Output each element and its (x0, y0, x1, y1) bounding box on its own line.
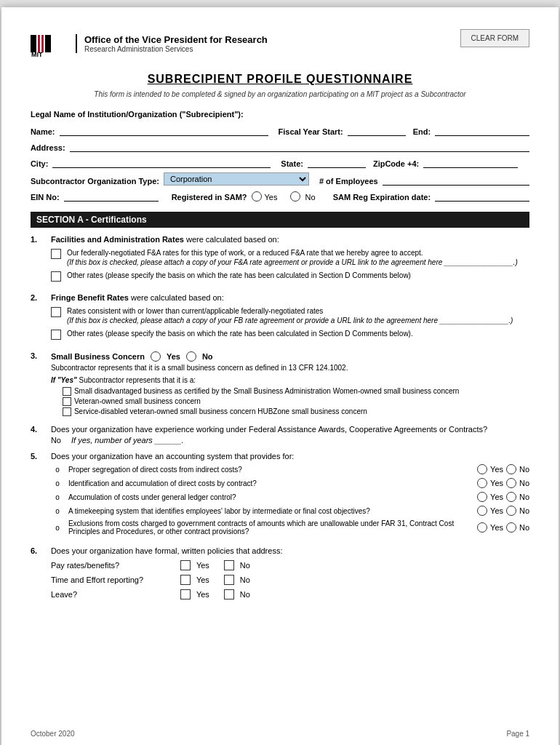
q5-sub-q1-no-radio[interactable] (506, 464, 516, 474)
q1-option1-text: Our federally-negotiated F&A rates for t… (67, 248, 518, 266)
q5-sub-q2-yes-radio[interactable] (477, 478, 487, 488)
q4-answer-row: No If yes, number of years ______. (51, 436, 529, 445)
q5-sub-q5-yes-label: Yes (490, 523, 503, 532)
legal-section-label: Legal Name of Institution/Organization (… (31, 110, 529, 119)
q6-row1-no-checkbox[interactable] (224, 560, 234, 570)
q2-title: Fringe Benefit Rates were calculated bas… (51, 293, 529, 302)
q3-sub-checkbox2[interactable] (63, 397, 71, 406)
q1-checkbox1[interactable] (51, 249, 61, 259)
mit-logo: MIT (31, 29, 67, 58)
q3-content: Small Business Concern Yes No Subcontrac… (51, 351, 529, 418)
q3-sub-option2-row: Veteran-owned small business concern (63, 397, 529, 406)
name-label: Name: (31, 127, 55, 136)
q2-option1-text: Rates consistent with or lower than curr… (67, 306, 513, 324)
q5-sub-q2-no-radio[interactable] (506, 478, 516, 488)
q6-row2-no-checkbox[interactable] (224, 575, 234, 585)
city-field[interactable] (52, 156, 271, 168)
q5-sub-q4-no-label: No (519, 506, 529, 515)
q3-no-label: No (202, 352, 213, 361)
ein-field[interactable] (64, 190, 159, 202)
q3-title-row: Small Business Concern Yes No (51, 351, 529, 362)
q2-checkbox1[interactable] (51, 307, 61, 317)
clear-form-button[interactable]: CLEAR FORM (460, 29, 530, 47)
q5-sub-q3-no-radio[interactable] (506, 492, 516, 502)
q5-sub-q4-yes-radio[interactable] (477, 506, 487, 516)
q3-sub-checkbox1[interactable] (63, 387, 71, 396)
q5-sub-q3-text: Accumulation of costs under general ledg… (68, 493, 473, 501)
q5-sub-q3-no-label: No (519, 493, 529, 501)
q5-sub-q3-radios: Yes No (477, 492, 529, 502)
svg-rect-2 (41, 35, 44, 52)
q6-row3-yes-checkbox[interactable] (180, 589, 191, 599)
q5-sub-q1-yes-label: Yes (490, 465, 503, 474)
q5-sub-q3-yes-label: Yes (490, 493, 503, 501)
q5-sub-q4-no-radio[interactable] (506, 506, 516, 516)
sam-no-radio[interactable] (290, 191, 300, 202)
q5-sub-q5-radios: Yes No (477, 522, 529, 533)
state-field[interactable] (308, 156, 366, 168)
q5-number: 5. (31, 452, 51, 539)
q5-sub-q2-text: Identification and accumulation of direc… (68, 479, 473, 487)
q1-number: 1. (31, 235, 51, 286)
q2-option1-italic: (If this box is checked, please attach a… (67, 316, 513, 324)
form-subtitle: This form is intended to be completed & … (31, 90, 529, 98)
svg-rect-1 (38, 35, 40, 52)
q1-title-rest: were calculated based on: (184, 235, 279, 244)
q5-bullet1: o (51, 466, 64, 474)
q3-sub-checkbox3[interactable] (63, 407, 71, 416)
q5-section: 5. Does your organization have an accoun… (31, 452, 529, 539)
footer-page: Page 1 (506, 730, 529, 738)
q6-table: Pay rates/benefits? Yes No Time and Effo… (51, 559, 529, 599)
q5-sub-q2-radios: Yes No (477, 478, 529, 488)
q3-no-radio[interactable] (186, 351, 196, 362)
q2-option2-row: Other rates (please specify the basis on… (51, 329, 529, 340)
name-field[interactable] (60, 124, 268, 136)
zipcode-field[interactable] (423, 156, 518, 168)
header-text: Office of the Vice President for Researc… (76, 34, 268, 53)
q6-row2-yes-checkbox[interactable] (180, 575, 191, 585)
q6-row2-no-label: No (240, 575, 250, 584)
q1-section: 1. Facilities and Administration Rates w… (31, 235, 529, 286)
q4-section: 4. Does your organization have experienc… (31, 425, 529, 445)
q5-sub-q3: o Accumulation of costs under general le… (51, 492, 529, 502)
q5-sub-q3-yes-radio[interactable] (477, 492, 487, 502)
zipcode-label: ZipCode +4: (373, 159, 419, 168)
fiscal-year-start-field[interactable] (348, 124, 406, 136)
q1-title-bold: Facilities and Administration Rates (51, 235, 184, 244)
org-type-select[interactable]: Corporation (164, 172, 309, 186)
end-field[interactable] (435, 124, 529, 136)
address-field[interactable] (70, 140, 530, 152)
state-label: State: (281, 159, 303, 168)
end-label: End: (413, 127, 431, 136)
q6-row3-no-label: No (240, 590, 250, 599)
q5-sub-q5-no-radio[interactable] (506, 522, 516, 533)
q2-option1-row: Rates consistent with or lower than curr… (51, 306, 529, 324)
q6-row1-yes-checkbox[interactable] (180, 560, 191, 570)
q6-row3-no-checkbox[interactable] (224, 589, 234, 599)
sam-yes-radio[interactable] (252, 191, 262, 202)
q5-sub-q1-text: Proper segregation of direct costs from … (68, 466, 473, 474)
city-label: City: (31, 159, 48, 168)
q6-row2-label: Time and Effort reporting? (51, 575, 175, 584)
q6-row3: Leave? Yes No (51, 589, 529, 599)
q2-number: 2. (31, 293, 51, 344)
sam-reg-field[interactable] (435, 190, 529, 202)
q4-if-yes-text: If yes, number of years ______. (71, 436, 184, 445)
q4-text: Does your organization have experience w… (51, 425, 529, 434)
q3-yes-radio[interactable] (151, 351, 161, 362)
footer: October 2020 Page 1 (31, 730, 529, 738)
q1-option1-row: Our federally-negotiated F&A rates for t… (51, 248, 529, 266)
q6-content: Does your organization have formal, writ… (51, 546, 529, 603)
q5-sub-q1-yes-radio[interactable] (477, 464, 487, 474)
q6-row2: Time and Effort reporting? Yes No (51, 574, 529, 585)
q5-sub-q4: o A timekeeping system that identifies e… (51, 506, 529, 516)
q2-checkbox2[interactable] (51, 330, 61, 340)
footer-date: October 2020 (31, 730, 75, 738)
q5-sub-q1: o Proper segregation of direct costs fro… (51, 464, 529, 474)
q5-sub-q1-no-label: No (519, 465, 529, 474)
employees-field[interactable] (383, 174, 529, 186)
q1-checkbox2[interactable] (51, 271, 61, 282)
q5-sub-q5-yes-radio[interactable] (477, 522, 487, 533)
name-row: Name: Fiscal Year Start: End: (31, 124, 529, 136)
q3-sub-option1-row: Small disadvantaged business as certifie… (63, 387, 529, 396)
